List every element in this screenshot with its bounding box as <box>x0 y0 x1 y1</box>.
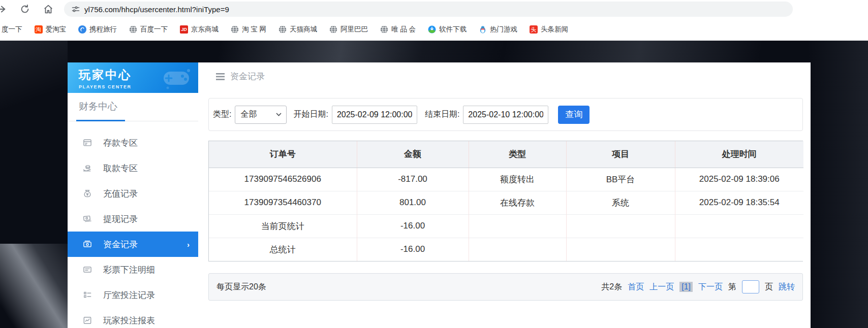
prev-page-link[interactable]: 上一页 <box>649 282 674 292</box>
column-header-project: 项目 <box>566 141 675 168</box>
sidebar-item-recharge[interactable]: 充值记录 <box>68 181 198 206</box>
cell-empty <box>675 214 803 238</box>
table-header-row: 订单号 金额 类型 项目 处理时间 <box>209 141 803 168</box>
toutiao-icon: 头 <box>530 25 538 34</box>
jump-label-pre: 第 <box>728 282 736 292</box>
sidebar-menu: 存款专区 取款专区 充值记录 提现记录 <box>68 130 198 328</box>
cashout-icon <box>82 214 92 224</box>
screen: yl756.com/hhcp/usercenter.html?iniType=9… <box>0 0 868 328</box>
bookmark-item[interactable]: 携程旅行 <box>78 25 117 34</box>
sidebar-item-label: 资金记录 <box>103 239 138 250</box>
first-page-link[interactable]: 首页 <box>628 282 644 292</box>
background-streak <box>807 41 868 328</box>
sidebar-item-report[interactable]: 玩家投注报表 <box>68 308 198 328</box>
end-date-label: 结束日期: <box>425 109 459 120</box>
sidebar-item-lottery-detail[interactable]: 彩票下注明细 <box>68 257 198 282</box>
cell-empty <box>566 214 675 238</box>
bookmark-item[interactable]: 头 头条新闻 <box>530 25 568 34</box>
url-bar[interactable]: yl756.com/hhcp/usercenter.html?iniType=9 <box>64 2 793 17</box>
recharge-icon <box>82 188 92 199</box>
sidebar-item-label: 存款专区 <box>103 137 138 149</box>
main-content: 资金记录 类型: 全部 开始日期: 结束日期: 查询 <box>198 62 811 328</box>
site-controls-icon[interactable] <box>72 5 80 13</box>
type-select[interactable]: 全部 <box>235 106 287 124</box>
ctrip-icon <box>78 25 86 34</box>
bookmark-item[interactable]: 天猫商城 <box>278 25 317 34</box>
bookmark-item[interactable]: 热门游戏 <box>479 25 517 34</box>
sidebar-item-label: 厅室投注记录 <box>103 289 155 301</box>
sidebar-item-funds[interactable]: 资金记录 › <box>68 232 198 257</box>
url-text[interactable]: yl756.com/hhcp/usercenter.html?iniType=9 <box>84 5 229 14</box>
column-header-time: 处理时间 <box>675 141 803 168</box>
cell-type: 额度转出 <box>469 168 566 191</box>
sidebar-item-label: 彩票下注明细 <box>103 264 155 276</box>
cell-time: 2025-02-09 18:39:06 <box>675 168 803 191</box>
end-date-input[interactable] <box>463 106 548 124</box>
pager-controls: 共2条 首页 上一页 [1] 下一页 第 页 跳转 <box>601 280 795 293</box>
sidebar-item-deposit[interactable]: 存款专区 <box>68 130 198 155</box>
current-page-badge: [1] <box>679 282 693 292</box>
page-header: 资金记录 <box>216 71 265 82</box>
lottery-detail-icon <box>82 265 92 275</box>
deposit-icon <box>82 138 92 148</box>
globe-icon <box>231 25 239 34</box>
software-icon <box>428 25 436 34</box>
cell-amount: 801.00 <box>357 191 469 214</box>
globe-icon <box>380 25 388 34</box>
section-divider <box>68 121 198 121</box>
cell-amount: -16.00 <box>357 238 469 261</box>
globe-icon <box>278 25 287 34</box>
bookmark-item[interactable]: JD 京东商城 <box>180 25 219 34</box>
bookmark-item[interactable]: 度一下 <box>2 25 22 34</box>
sidebar-item-label: 充值记录 <box>103 188 138 200</box>
cell-empty <box>675 238 803 261</box>
next-page-link[interactable]: 下一页 <box>698 282 723 292</box>
background-streak <box>0 41 68 193</box>
menu-toggle-icon[interactable] <box>216 73 225 80</box>
filter-bar: 类型: 全部 开始日期: 结束日期: 查询 <box>208 98 803 131</box>
bookmark-item[interactable]: 阿里巴巴 <box>329 25 368 34</box>
taobao-icon: 淘 <box>35 25 43 34</box>
cell-empty <box>469 238 566 261</box>
globe-icon <box>129 25 137 34</box>
table-row: 1739097354460370 801.00 在线存款 系统 2025-02-… <box>209 191 803 214</box>
reload-icon[interactable] <box>19 4 30 15</box>
cell-order-no: 1739097546526906 <box>209 168 357 191</box>
type-select-value: 全部 <box>240 109 257 120</box>
cell-empty <box>469 214 566 238</box>
cell-time: 2025-02-09 18:35:54 <box>675 191 803 214</box>
globe-icon <box>329 25 337 34</box>
cell-amount: -16.00 <box>357 214 469 238</box>
cell-label: 总统计 <box>209 238 357 261</box>
cell-type: 在线存款 <box>469 191 566 214</box>
bookmark-item[interactable]: 淘 爱淘宝 <box>35 25 67 34</box>
table-row-page-total: 当前页统计 -16.00 <box>209 214 803 238</box>
page-size-text: 每页显示20条 <box>216 282 266 292</box>
start-date-input[interactable] <box>332 106 417 124</box>
cell-label: 当前页统计 <box>209 214 357 238</box>
sidebar-header: 玩家中心 PLAYERS CENTER <box>68 62 198 93</box>
table-row: 1739097546526906 -817.00 额度转出 BB平台 2025-… <box>209 168 803 191</box>
gamepad-icon <box>161 67 192 90</box>
table-row-grand-total: 总统计 -16.00 <box>209 238 803 261</box>
sidebar-item-cashout[interactable]: 提现记录 <box>68 206 198 232</box>
funds-icon <box>82 239 92 249</box>
home-icon[interactable] <box>43 4 54 15</box>
sidebar-item-label: 玩家投注报表 <box>103 315 155 326</box>
cell-project: BB平台 <box>566 168 675 191</box>
cell-empty <box>566 238 675 261</box>
jump-button[interactable]: 跳转 <box>779 282 795 292</box>
query-button[interactable]: 查询 <box>558 106 590 124</box>
bookmark-item[interactable]: 百度一下 <box>129 25 168 34</box>
page-jump-input[interactable] <box>742 280 759 293</box>
funds-table: 订单号 金额 类型 项目 处理时间 1739097546526906 -817.… <box>208 141 803 261</box>
hall-bet-icon <box>82 290 92 300</box>
bookmark-item[interactable]: 唯 品 会 <box>380 25 416 34</box>
forward-arrow-icon[interactable] <box>0 4 7 15</box>
column-header-type: 类型 <box>469 141 566 168</box>
bookmark-item[interactable]: 淘 宝 网 <box>231 25 266 34</box>
start-date-label: 开始日期: <box>293 109 328 120</box>
bookmark-item[interactable]: 软件下载 <box>428 25 467 34</box>
sidebar-item-withdraw[interactable]: 取款专区 <box>68 155 198 181</box>
sidebar-item-hall-bet[interactable]: 厅室投注记录 <box>68 282 198 308</box>
